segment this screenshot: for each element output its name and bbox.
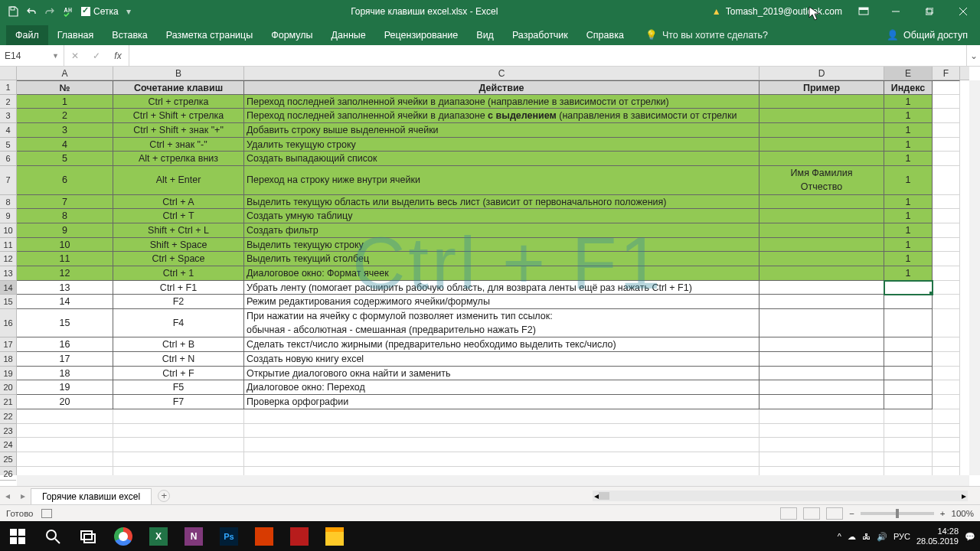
table-header[interactable]: Действие bbox=[244, 80, 760, 95]
cell[interactable] bbox=[933, 166, 960, 194]
cell[interactable] bbox=[760, 367, 884, 381]
task-view-icon[interactable] bbox=[70, 521, 106, 551]
cell[interactable]: Имя ФамилияОтчество bbox=[760, 166, 884, 194]
cell[interactable]: 1 bbox=[884, 138, 933, 152]
cell[interactable] bbox=[760, 152, 884, 166]
zoom-slider[interactable] bbox=[861, 512, 934, 515]
cell[interactable] bbox=[760, 123, 884, 138]
cell[interactable] bbox=[113, 409, 244, 424]
cell[interactable]: Переход последней заполненной ячейки в д… bbox=[244, 109, 760, 123]
cell[interactable] bbox=[884, 409, 933, 424]
cell[interactable] bbox=[760, 409, 884, 424]
cell[interactable]: Диалоговое окно: Переход bbox=[244, 380, 760, 395]
cell[interactable]: Alt + стрелка вниз bbox=[113, 152, 244, 166]
cell[interactable] bbox=[760, 266, 884, 281]
cell[interactable]: 12 bbox=[17, 266, 113, 281]
cell[interactable]: Открытие диалогового окна найти и замени… bbox=[244, 367, 760, 381]
ribbon-display-icon[interactable] bbox=[848, 3, 879, 20]
cell[interactable] bbox=[933, 309, 960, 337]
undo-icon[interactable] bbox=[23, 3, 40, 20]
fx-icon[interactable]: fx bbox=[107, 51, 129, 61]
cell[interactable] bbox=[760, 252, 884, 266]
cell[interactable] bbox=[760, 438, 884, 452]
cell[interactable]: Удалить текущую строку bbox=[244, 138, 760, 152]
enter-formula-icon[interactable]: ✓ bbox=[86, 51, 107, 61]
zoom-level[interactable]: 100% bbox=[952, 509, 974, 518]
sheet-tab-active[interactable]: Горячие клавиши excel bbox=[31, 488, 152, 504]
cell[interactable] bbox=[933, 380, 960, 395]
row-header-17[interactable]: 17 bbox=[0, 337, 16, 352]
tab-data[interactable]: Данные bbox=[322, 25, 375, 45]
cell[interactable]: 3 bbox=[17, 123, 113, 138]
account-area[interactable]: ▲ Tomash_2019@outlook.com bbox=[712, 6, 842, 17]
cell[interactable]: Ctrl + стрелка bbox=[113, 95, 244, 109]
cell[interactable]: 1 bbox=[884, 123, 933, 138]
cell[interactable]: Ctrl + Shift + стрелка bbox=[113, 109, 244, 123]
tray-language[interactable]: РУС bbox=[893, 532, 910, 541]
cell[interactable]: Диалоговое окно: Формат ячеек bbox=[244, 266, 760, 281]
cell[interactable]: F2 bbox=[113, 295, 244, 309]
cell[interactable]: 11 bbox=[17, 252, 113, 266]
cell[interactable]: 20 bbox=[17, 395, 113, 409]
row-header-8[interactable]: 8 bbox=[0, 195, 16, 210]
cell[interactable] bbox=[933, 395, 960, 409]
cell[interactable] bbox=[760, 424, 884, 439]
cell[interactable]: Переход на строку ниже внутри ячейки bbox=[244, 166, 760, 194]
row-header-12[interactable]: 12 bbox=[0, 252, 16, 266]
cell[interactable]: F4 bbox=[113, 309, 244, 337]
cell[interactable] bbox=[17, 438, 113, 452]
row-header-14[interactable]: 14 bbox=[0, 281, 16, 295]
tray-clock[interactable]: 14:2828.05.2019 bbox=[916, 527, 959, 546]
cell[interactable]: 8 bbox=[17, 209, 113, 223]
cell[interactable]: Shift + Ctrl + L bbox=[113, 223, 244, 238]
row-header-4[interactable]: 4 bbox=[0, 123, 16, 138]
zoom-out-button[interactable]: − bbox=[849, 509, 854, 518]
grid-checkbox[interactable]: Сетка bbox=[81, 6, 119, 17]
cell[interactable]: 1 bbox=[17, 95, 113, 109]
cell[interactable]: 17 bbox=[17, 352, 113, 367]
tell-me-search[interactable]: 💡Что вы хотите сделать? bbox=[642, 24, 771, 45]
column-header-A[interactable]: A bbox=[17, 67, 113, 80]
table-header[interactable]: Пример bbox=[760, 80, 884, 95]
cell[interactable] bbox=[760, 95, 884, 109]
cell[interactable] bbox=[884, 424, 933, 439]
cell[interactable]: 13 bbox=[17, 281, 113, 295]
cell[interactable]: Ctrl + Shift + знак "+" bbox=[113, 123, 244, 138]
cell[interactable]: 1 bbox=[884, 252, 933, 266]
tray-network-icon[interactable]: 🖧 bbox=[862, 532, 871, 541]
tray-onedrive-icon[interactable]: ☁ bbox=[848, 532, 856, 542]
cell[interactable]: 15 bbox=[17, 309, 113, 337]
macro-record-icon[interactable] bbox=[41, 509, 52, 518]
minimize-button[interactable] bbox=[879, 0, 913, 22]
cell[interactable]: F7 bbox=[113, 395, 244, 409]
cell[interactable]: 16 bbox=[17, 337, 113, 352]
tab-help[interactable]: Справка bbox=[577, 25, 633, 45]
taskbar-excel-icon[interactable]: X bbox=[141, 521, 176, 551]
sheet-nav-prev-icon[interactable]: ◂ bbox=[0, 491, 15, 501]
qat-customize-icon[interactable]: ▾ bbox=[120, 3, 137, 20]
cell[interactable] bbox=[17, 424, 113, 439]
cell[interactable] bbox=[113, 424, 244, 439]
cell[interactable] bbox=[760, 295, 884, 309]
cell[interactable] bbox=[760, 281, 884, 295]
cell[interactable] bbox=[933, 152, 960, 166]
row-header-3[interactable]: 3 bbox=[0, 109, 16, 123]
table-header[interactable]: № bbox=[17, 80, 113, 95]
row-header-18[interactable]: 18 bbox=[0, 352, 16, 367]
cell[interactable]: 1 bbox=[884, 166, 933, 194]
maximize-button[interactable] bbox=[913, 0, 946, 22]
cell[interactable]: 4 bbox=[17, 138, 113, 152]
cell[interactable] bbox=[760, 223, 884, 238]
cell[interactable]: 6 bbox=[17, 166, 113, 194]
spellcheck-icon[interactable] bbox=[60, 3, 77, 20]
cell[interactable]: При нажатии на ячейку с формулой позволя… bbox=[244, 309, 760, 337]
cell[interactable]: 1 bbox=[884, 152, 933, 166]
cell[interactable] bbox=[760, 138, 884, 152]
table-header[interactable]: Индекс bbox=[884, 80, 933, 95]
tab-layout[interactable]: Разметка страницы bbox=[157, 25, 262, 45]
cell[interactable] bbox=[933, 424, 960, 439]
cell[interactable] bbox=[760, 309, 884, 337]
cell[interactable]: Ctrl + знак "-" bbox=[113, 138, 244, 152]
row-header-24[interactable]: 24 bbox=[0, 438, 16, 452]
cell[interactable] bbox=[933, 195, 960, 210]
